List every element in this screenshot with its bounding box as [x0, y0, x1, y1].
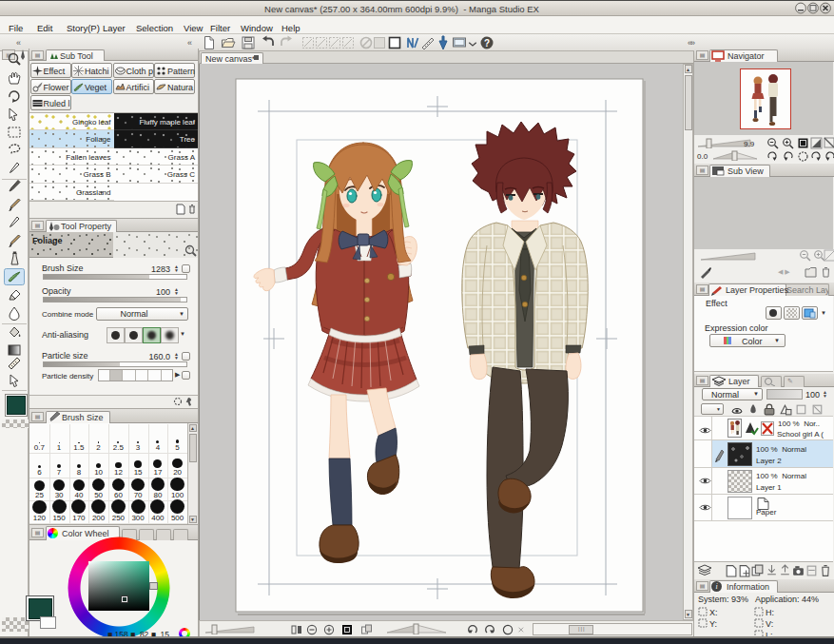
- svg-text:?: ?: [484, 38, 490, 49]
